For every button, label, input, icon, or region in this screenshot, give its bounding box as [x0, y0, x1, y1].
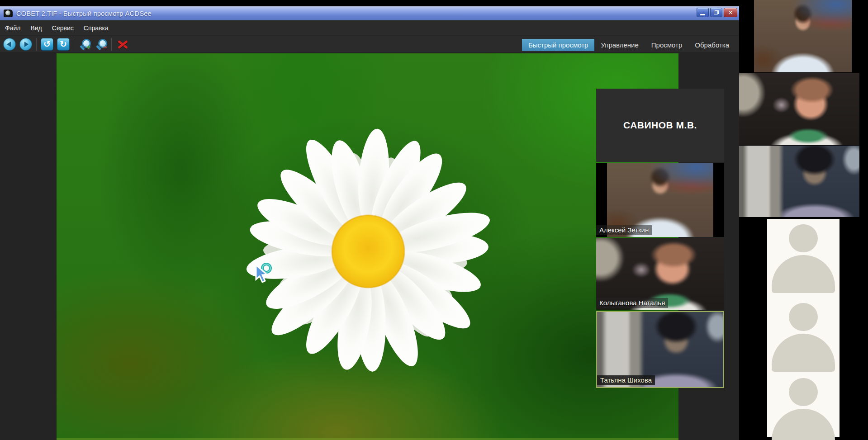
acdsee-app-icon — [4, 9, 13, 17]
close-icon: ✕ — [728, 9, 733, 16]
participants-panel: САВИНОВ М.В. Алексей Зеткин Колыганова Н… — [596, 89, 724, 388]
window-title: СОВЕТ 2.TIF - Быстрый просмотр ACDSee — [16, 9, 152, 17]
participant-name-label: Колыганова Наталья — [596, 298, 668, 308]
participants-list-strip — [767, 219, 840, 437]
side-video-column — [739, 0, 868, 440]
webcam-video — [739, 73, 859, 145]
tab-manage[interactable]: Управление — [594, 39, 645, 51]
tab-edit[interactable]: Обработка — [688, 39, 735, 51]
participant-name-label: Татьяна Шихова — [597, 375, 655, 385]
mouse-cursor-busy — [252, 262, 273, 286]
zoom-out-button[interactable]: − — [95, 38, 107, 50]
toolbar-separator — [36, 38, 37, 51]
menu-help[interactable]: Справка — [79, 23, 114, 33]
minimize-icon — [700, 14, 705, 15]
avatar-placeholder-icon — [772, 378, 835, 440]
photo-edge — [57, 438, 678, 440]
back-icon — [7, 42, 11, 47]
avatar-placeholder-icon — [772, 303, 835, 372]
restore-icon — [714, 10, 719, 14]
toolbar: ↺ ↻ + − Быстрый просмотр Управление Прос… — [0, 35, 739, 52]
daisy-flower — [237, 120, 499, 383]
photo-daisy[interactable] — [57, 53, 678, 440]
toolbar-rotate-group: ↺ ↻ — [38, 38, 73, 50]
toolbar-separator — [111, 38, 112, 51]
presenter-name: САВИНОВ М.В. — [623, 120, 697, 131]
forward-icon — [24, 42, 28, 47]
rotate-right-icon: ↻ — [60, 39, 67, 49]
tab-view[interactable]: Просмотр — [645, 39, 689, 51]
side-feed-3[interactable] — [739, 146, 859, 217]
webcam-video — [739, 146, 859, 217]
toolbar-zoom-group: + − — [75, 38, 110, 50]
back-button[interactable] — [4, 38, 15, 50]
participant-tile-2[interactable]: Колыганова Наталья — [596, 238, 724, 310]
rotate-right-button[interactable]: ↻ — [57, 38, 69, 50]
rotate-left-icon: ↺ — [43, 39, 51, 49]
restore-button[interactable] — [710, 8, 722, 17]
delete-button[interactable] — [116, 38, 129, 50]
presenter-tile[interactable]: САВИНОВ М.В. — [596, 89, 724, 162]
close-button[interactable]: ✕ — [724, 8, 737, 17]
toolbar-separator — [74, 38, 74, 51]
title-bar[interactable]: СОВЕТ 2.TIF - Быстрый просмотр ACDSee ✕ — [0, 6, 739, 20]
screen: СОВЕТ 2.TIF - Быстрый просмотр ACDSee ✕ … — [0, 0, 868, 440]
side-feed-2[interactable] — [739, 73, 859, 145]
menu-view[interactable]: Вид — [25, 23, 47, 33]
avatar-placeholder-icon — [772, 224, 835, 293]
participant-name-label: Алексей Зеткин — [596, 225, 652, 235]
mode-tabs: Быстрый просмотр Управление Просмотр Обр… — [522, 38, 735, 51]
menu-file[interactable]: Файл — [0, 23, 25, 33]
participant-tile-3-active[interactable]: Татьяна Шихова — [596, 311, 724, 388]
forward-button[interactable] — [20, 38, 32, 50]
zoom-in-button[interactable]: + — [79, 38, 90, 50]
menu-bar: Файл Вид Сервис Справка — [0, 20, 739, 35]
toolbar-nav-group — [0, 38, 35, 50]
toolbar-delete-group — [113, 38, 133, 50]
window-controls: ✕ — [697, 8, 737, 17]
side-feed-1[interactable] — [754, 0, 852, 72]
webcam-video — [754, 0, 852, 72]
participant-tile-1[interactable]: Алексей Зеткин — [596, 163, 724, 237]
tab-quick-view[interactable]: Быстрый просмотр — [522, 39, 595, 51]
rotate-left-button[interactable]: ↺ — [41, 38, 53, 50]
minimize-button[interactable] — [697, 8, 709, 17]
menu-tools[interactable]: Сервис — [47, 23, 79, 33]
